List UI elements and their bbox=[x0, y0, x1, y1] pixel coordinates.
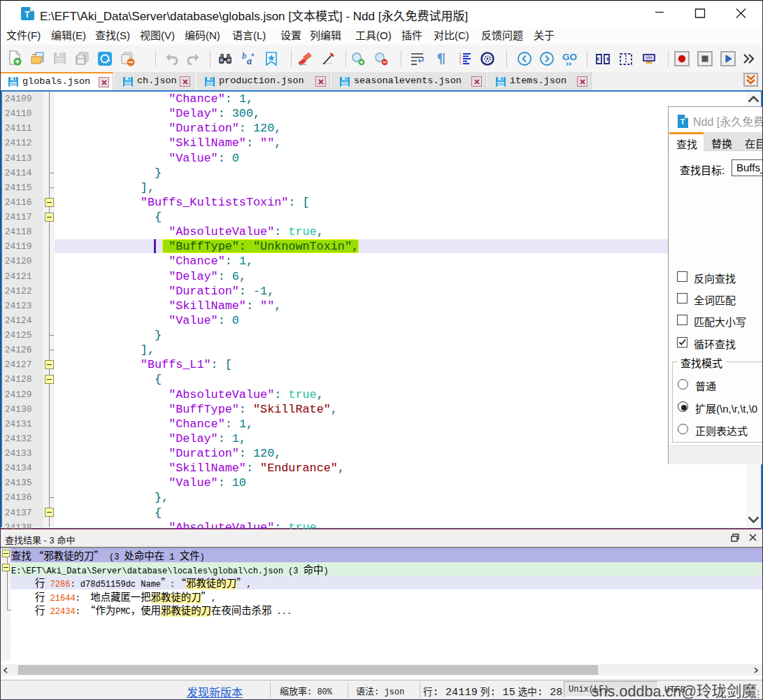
svg-text:T: T bbox=[24, 10, 30, 20]
svg-text:a: a bbox=[247, 56, 252, 66]
svg-text:T: T bbox=[680, 118, 685, 126]
svg-text:b: b bbox=[242, 51, 247, 61]
svg-text:GO: GO bbox=[562, 52, 577, 62]
